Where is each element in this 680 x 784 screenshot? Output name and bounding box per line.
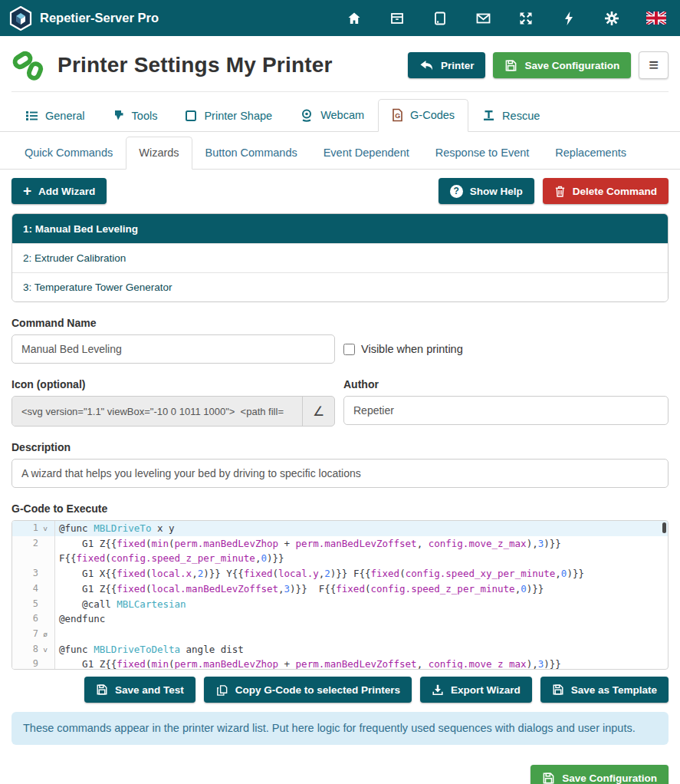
webcam-icon [300,108,314,122]
top-navbar: Repetier-Server Pro [0,0,680,36]
icon-input-group: ∠ [11,396,335,427]
info-message: These commands appear in the printer wiz… [11,712,669,745]
home-icon [347,11,362,26]
icon-svg-input[interactable] [12,397,302,426]
wizard-list-item-1[interactable]: 1: Manual Bed Leveling [12,214,668,243]
menu-button[interactable]: ≡ [639,51,669,79]
nav-fullscreen-button[interactable] [517,10,534,27]
gcode-letter: G [395,112,400,120]
copy-gcode-button[interactable]: Copy G-Code to selected Printers [204,677,412,703]
printer-back-button[interactable]: Printer [408,52,486,78]
tab-g-codes[interactable]: G G-Codes [378,99,468,132]
subtab-quick-commands[interactable]: Quick Commands [11,137,126,170]
tab-webcam[interactable]: Webcam [286,99,378,132]
line-number-gutter: 2 [12,536,55,552]
tab-tools[interactable]: Tools [99,100,172,132]
uk-flag-icon [646,12,666,25]
line-number-gutter: 3 [12,566,55,581]
gcode-editor-rows: 1v@func MBLDriveTo x y2 G1 Z{{fixed(min(… [12,521,668,670]
brand-name: Repetier-Server Pro [40,11,159,25]
nav-settings-button[interactable] [603,10,620,27]
visible-when-printing-label: Visible when printing [361,343,463,355]
save-configuration-button-top[interactable]: Save Configuration [493,52,631,78]
line-number-gutter: 7ø [12,627,55,642]
code-row[interactable]: 3 G1 X{{fixed(local.x,2)}} Y{{fixed(loca… [12,566,668,581]
gcode-label: G-Code to Execute [11,502,669,515]
square-icon [185,110,197,122]
angle-icon: ∠ [313,404,324,420]
header-divider [11,91,669,92]
line-number-gutter: 8v [12,642,55,657]
delete-command-button[interactable]: Delete Command [543,178,669,204]
line-number-gutter: 6 [12,611,55,627]
nav-home-button[interactable] [346,10,363,27]
rescue-icon [482,109,495,122]
floppy-disk-icon [542,772,555,784]
plus-icon: + [23,183,31,198]
save-as-template-button[interactable]: Save as Template [540,677,669,703]
icon-preview-button[interactable]: ∠ [302,397,334,426]
trash-icon [554,185,566,198]
gcode-file-icon: G [392,108,403,122]
nav-power-button[interactable] [560,10,577,27]
save-and-test-button[interactable]: Save and Test [84,677,195,703]
wizard-list-item-2[interactable]: 2: Extruder Calibration [12,243,668,272]
copy-icon [215,684,228,697]
nav-tablet-button[interactable] [432,10,448,27]
subtab-replacements[interactable]: Replacements [542,137,639,170]
editor-scrollbar[interactable] [662,522,666,533]
line-number-gutter: 5 [12,597,55,612]
list-icon [25,110,38,122]
repetier-logo-icon [9,6,32,31]
box-icon [389,11,405,26]
code-row[interactable]: 6@endfunc [12,611,668,627]
envelope-icon [475,11,491,26]
tab-rescue[interactable]: Rescue [468,100,554,132]
visible-when-printing-toggle[interactable]: Visible when printing [343,334,463,364]
chain-link-icon [11,47,47,84]
author-input[interactable] [343,396,669,425]
language-selector[interactable] [646,10,666,27]
subtab-button-commands[interactable]: Button Commands [192,137,310,170]
code-row[interactable]: 5 @call MBLCartesian [12,597,668,612]
code-row[interactable]: 9 G1 Z{{fixed(min(perm.manBedLevZhop + p… [12,657,668,670]
line-number-gutter: 1v [12,521,55,536]
tab-printer-shape[interactable]: Printer Shape [171,100,286,132]
wizard-list: 1: Manual Bed Leveling 2: Extruder Calib… [11,213,669,302]
tab-general[interactable]: General [11,100,99,132]
show-help-button[interactable]: ? Show Help [439,178,534,204]
subtab-wizards[interactable]: Wizards [126,137,192,170]
page-title: Printer Settings My Printer [57,53,333,77]
line-number-gutter [12,551,55,566]
code-row[interactable]: 8v@func MBLDriveToDelta angle dist [12,642,668,657]
command-name-input[interactable] [11,334,335,364]
tool-icon [113,109,125,122]
lightning-bolt-icon [563,11,574,26]
line-number-gutter: 4 [12,581,55,597]
description-label: Description [11,441,669,453]
brand-link[interactable]: Repetier-Server Pro [9,6,159,31]
code-row[interactable]: 1v@func MBLDriveTo x y [12,521,668,536]
description-input[interactable] [11,459,669,488]
code-row[interactable]: 4 G1 Z{{fixed(local.manBedLevZoffset,3)}… [12,581,668,597]
gcode-editor[interactable]: 1v@func MBLDriveTo x y2 G1 Z{{fixed(min(… [11,520,669,670]
nav-messages-button[interactable] [475,10,491,27]
add-wizard-button[interactable]: + Add Wizard [11,178,107,204]
subtab-response-to-event[interactable]: Response to Event [422,137,543,170]
code-row[interactable]: F{{fixed(config.speed_z_per_minute,0)}} [12,551,668,566]
wizard-list-item-3[interactable]: 3: Temperature Tower Generator [12,272,668,301]
code-row[interactable]: 7ø [12,627,668,642]
question-mark-icon: ? [450,185,463,198]
nav-printers-button[interactable] [389,10,406,27]
tablet-icon [432,11,448,26]
main-tabs: General Tools Printer Shape Webcam [0,99,680,132]
gcode-subtabs: Quick Commands Wizards Button Commands E… [0,137,680,170]
code-row[interactable]: 2 G1 Z{{fixed(min(perm.manBedLevZhop + p… [12,536,668,552]
back-arrow-icon [419,59,434,72]
command-name-label: Command Name [11,317,335,329]
floppy-disk-icon [552,684,564,696]
subtab-event-dependent[interactable]: Event Dependent [310,137,422,170]
save-configuration-button-bottom[interactable]: Save Configuration [531,765,669,784]
visible-when-printing-checkbox[interactable] [343,344,355,355]
export-wizard-button[interactable]: Export Wizard [420,677,532,703]
